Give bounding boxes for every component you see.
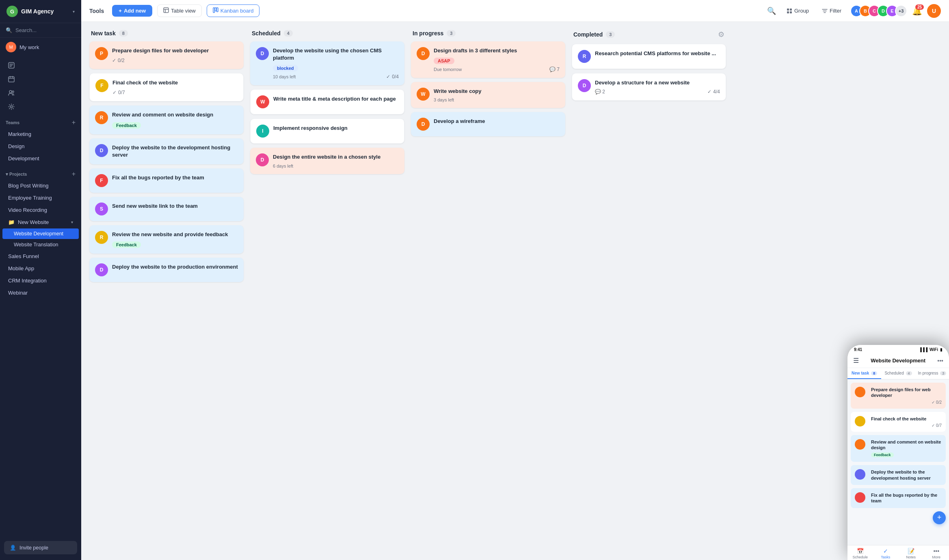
svg-point-2 — [9, 90, 12, 93]
card-12[interactable]: D Design the entire website in a chosen … — [250, 148, 404, 174]
main-area: Tools + Add new Table view Kanban board … — [81, 0, 949, 560]
card-title: Research potential CMS platforms for web… — [595, 50, 720, 57]
table-view-button[interactable]: Table view — [157, 4, 202, 17]
svg-rect-1 — [9, 77, 14, 82]
card-13[interactable]: D Design drafts in 3 different styles AS… — [411, 41, 565, 78]
days-left: 10 days left — [273, 74, 296, 79]
mobile-card-2[interactable]: Final check of the website ✓ 0/7 — [851, 412, 946, 432]
mobile-card-1[interactable]: Prepare design files for web developer ✓… — [851, 383, 946, 409]
card-16[interactable]: R Research potential CMS platforms for w… — [572, 44, 726, 69]
card-11[interactable]: I Implement responsive design — [250, 118, 404, 144]
card-17[interactable]: D Develop a structure for a new website … — [572, 73, 726, 101]
my-work-item[interactable]: M My work — [0, 38, 81, 56]
search-input[interactable] — [15, 27, 76, 33]
mobile-tab-new-task[interactable]: New task 8 — [847, 368, 881, 379]
card-6[interactable]: S Send new website link to the team — [89, 197, 244, 221]
filter-button[interactable]: Filter — [818, 5, 845, 16]
card-10[interactable]: W Write meta title & meta description fo… — [250, 89, 404, 114]
card-8[interactable]: D Deploy the website to the production e… — [89, 258, 244, 282]
card-2[interactable]: F Final check of the website ✓ 0/7 — [89, 73, 244, 101]
user-avatar[interactable]: U — [927, 4, 941, 18]
card-4[interactable]: D Deploy the website to the development … — [89, 138, 244, 164]
asap-badge: ASAP — [434, 58, 454, 64]
battery-icon: ▮ — [940, 347, 943, 352]
card-avatar: P — [95, 47, 108, 60]
mobile-tab-scheduled[interactable]: Scheduled 4 — [881, 368, 915, 379]
search-icon: 🔍 — [6, 27, 12, 33]
group-button[interactable]: Group — [783, 5, 813, 16]
schedule-icon: 📅 — [857, 548, 864, 554]
mobile-card-title: Deploy the website to the development ho… — [871, 469, 942, 481]
card-14[interactable]: W Write website copy 3 days left — [411, 82, 565, 108]
sidebar-item-sales-funnel[interactable]: Sales Funnel — [2, 250, 79, 262]
sidebar-item-mobile-app[interactable]: Mobile App — [2, 263, 79, 274]
add-new-label: Add new — [124, 8, 146, 14]
card-7[interactable]: R Review the new website and provide fee… — [89, 225, 244, 254]
notifications-button[interactable]: 🔔 25 — [912, 6, 922, 16]
calendar-icon[interactable] — [6, 73, 17, 85]
projects-add-button[interactable]: + — [72, 170, 76, 178]
card-avatar: I — [256, 125, 269, 138]
card-9[interactable]: D Develop the website using the chosen C… — [250, 41, 404, 85]
settings-icon[interactable] — [6, 101, 17, 112]
sidebar-item-new-website[interactable]: 📁 New Website ▾ — [2, 216, 79, 228]
mobile-nav-notes[interactable]: 📝 Notes — [898, 548, 924, 559]
card-5[interactable]: F Fix all the bugs reported by the team — [89, 168, 244, 193]
sidebar-item-marketing[interactable]: Marketing — [2, 128, 79, 140]
teams-section: Teams + — [0, 116, 81, 128]
people-icon[interactable] — [6, 87, 17, 99]
sidebar-item-website-translation[interactable]: Website Translation — [2, 239, 79, 250]
column-title: Scheduled — [252, 30, 281, 37]
teams-label: Teams — [6, 120, 19, 125]
sidebar-item-website-development[interactable]: Website Development — [2, 228, 79, 239]
sidebar-item-blog-post-writing[interactable]: Blog Post Writing — [2, 180, 79, 192]
search-bar[interactable]: 🔍 — [0, 23, 81, 38]
mobile-card-4[interactable]: Deploy the website to the development ho… — [851, 465, 946, 485]
avatar: M — [6, 42, 16, 52]
column-title: Completed — [573, 31, 603, 38]
mobile-fab-button[interactable]: + — [933, 511, 946, 524]
add-new-button[interactable]: + Add new — [112, 5, 152, 17]
column-settings-icon[interactable]: ⚙ — [718, 30, 724, 39]
mobile-nav-schedule[interactable]: 📅 Schedule — [847, 548, 873, 559]
mobile-more-icon[interactable]: ••• — [937, 358, 943, 364]
my-work-label: My work — [19, 44, 39, 50]
mobile-menu-icon[interactable]: ☰ — [853, 357, 859, 364]
mobile-feedback-badge: Feedback — [871, 452, 894, 457]
mobile-tab-in-progress[interactable]: In progress 3 — [915, 368, 949, 379]
card-1[interactable]: P Prepare design files for web developer… — [89, 41, 244, 69]
column-count: 4 — [284, 30, 293, 37]
mobile-card-avatar — [855, 469, 865, 480]
toolbar-title: Tools — [89, 8, 104, 14]
column-count: 3 — [447, 30, 456, 37]
mobile-card-title: Review and comment on website design — [871, 439, 942, 451]
sidebar-item-development[interactable]: Development — [2, 153, 79, 164]
due-date: Due tomorrow — [434, 67, 462, 72]
mobile-card-5[interactable]: Fix all the bugs reported by the team — [851, 488, 946, 508]
card-15[interactable]: D Develop a wireframe — [411, 112, 565, 136]
card-avatar: W — [417, 88, 430, 101]
sidebar-item-webinar[interactable]: Webinar — [2, 287, 79, 299]
card-title: Develop a wireframe — [434, 118, 560, 125]
search-button[interactable]: 🔍 — [765, 5, 778, 17]
mobile-time: 9:41 — [854, 347, 862, 352]
card-avatar: D — [95, 263, 108, 276]
invite-people-button[interactable]: 👤 Invite people — [4, 541, 77, 554]
sidebar-item-employee-training[interactable]: Employee Training — [2, 192, 79, 204]
teams-add-button[interactable]: + — [72, 119, 76, 126]
mobile-nav-tasks[interactable]: ✓ Tasks — [873, 548, 899, 559]
kanban-board: New task 8 P Prepare design files for we… — [81, 22, 949, 560]
sidebar-item-design[interactable]: Design — [2, 140, 79, 152]
card-check: ✓ 0/4 — [386, 74, 399, 80]
card-3[interactable]: R Review and comment on website design F… — [89, 106, 244, 134]
sidebar-item-video-recording[interactable]: Video Recording — [2, 204, 79, 216]
mobile-card-3[interactable]: Review and comment on website design Fee… — [851, 435, 946, 462]
kanban-view-button[interactable]: Kanban board — [207, 4, 260, 17]
sidebar-header[interactable]: G GIM Agency ▾ — [0, 0, 81, 23]
tasks-icon[interactable] — [6, 60, 17, 71]
mobile-card-title: Final check of the website — [871, 416, 942, 422]
teams-list: Marketing Design Development — [0, 128, 81, 165]
sidebar-item-crm-integration[interactable]: CRM Integration — [2, 275, 79, 286]
column-header-completed: Completed 3 ⚙ — [572, 30, 726, 39]
mobile-nav-more[interactable]: ••• More — [924, 548, 949, 559]
